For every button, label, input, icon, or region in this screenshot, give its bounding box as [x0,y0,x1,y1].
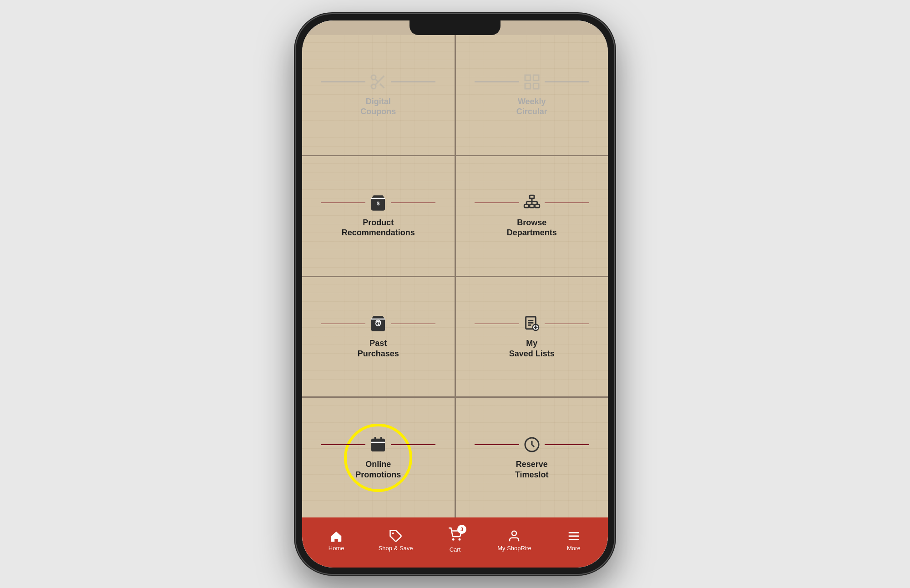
grid-cell-weekly-circular[interactable]: WeeklyCircular [456,35,608,155]
svg-point-38 [512,531,516,535]
org-chart-icon [523,194,541,212]
nav-myshoprite-label: My ShopRite [497,545,531,552]
highlight-circle [344,424,412,492]
nav-item-cart[interactable]: 3 Cart [425,527,485,553]
svg-line-3 [380,84,384,88]
svg-rect-5 [525,75,531,81]
svg-rect-7 [525,83,531,89]
grid-cell-online-promotions[interactable]: $ OnlinePromotions [302,398,455,517]
svg-line-4 [375,79,378,81]
menu-icon [567,529,581,543]
nav-home-label: Home [329,545,344,552]
phone-inner: DigitalCoupons [302,20,608,568]
reserve-timeslot-label: ReserveTimeslot [515,459,549,480]
svg-rect-11 [530,195,534,198]
svg-text:$: $ [377,444,380,450]
notch [410,20,500,35]
svg-rect-13 [530,204,534,208]
svg-point-37 [459,539,460,540]
home-icon [329,529,343,543]
grid-container: DigitalCoupons [302,35,608,517]
calendar-dollar-icon: $ [369,436,387,454]
bottom-nav: Home Shop & Save [302,517,608,568]
svg-rect-14 [535,204,539,208]
cart-badge: 3 [457,525,466,534]
grid-cell-browse-departments[interactable]: BrowseDepartments [456,156,608,276]
phone-screen: DigitalCoupons [302,20,608,568]
phone-wrapper: DigitalCoupons [296,14,614,574]
svg-rect-12 [524,204,529,208]
weekly-circular-label: WeeklyCircular [516,96,547,117]
bag-dollar-icon: $ [369,194,387,212]
nav-item-home[interactable]: Home [307,529,366,552]
tag-icon [389,529,403,543]
nav-cart-label: Cart [450,546,461,553]
svg-rect-8 [533,83,539,89]
grid-cell-product-recommendations[interactable]: $ ProductRecommendations [302,156,455,276]
svg-point-1 [371,84,376,89]
grid-cell-past-purchases[interactable]: PastPurchases [302,277,455,397]
phone-frame: DigitalCoupons [296,14,614,574]
cart-icon-wrapper: 3 [448,527,462,544]
list-add-icon [523,314,541,333]
digital-coupons-label: DigitalCoupons [360,96,396,117]
grid-cell-my-saved-lists[interactable]: MySaved Lists [456,277,608,397]
grid-icon [523,73,541,91]
svg-text:$: $ [377,200,380,206]
my-saved-lists-label: MySaved Lists [509,338,555,359]
svg-point-0 [371,75,376,80]
nav-more-label: More [567,545,581,552]
clock-icon [523,436,541,454]
svg-rect-6 [533,75,539,81]
scissors-icon [369,73,387,91]
grid-cell-reserve-timeslot[interactable]: ReserveTimeslot [456,398,608,517]
online-promotions-label: OnlinePromotions [355,459,401,480]
grid-cell-digital-coupons[interactable]: DigitalCoupons [302,35,455,155]
nav-item-my-shoprite[interactable]: My ShopRite [485,529,544,552]
past-purchases-label: PastPurchases [358,338,399,359]
nav-item-more[interactable]: More [544,529,603,552]
nav-item-shop-save[interactable]: Shop & Save [366,529,425,552]
svg-point-36 [453,539,454,540]
product-recommendations-label: ProductRecommendations [342,218,415,238]
nav-shop-save-label: Shop & Save [379,545,413,552]
browse-departments-label: BrowseDepartments [507,218,557,238]
bag-history-icon [369,314,387,333]
person-icon [507,529,521,543]
